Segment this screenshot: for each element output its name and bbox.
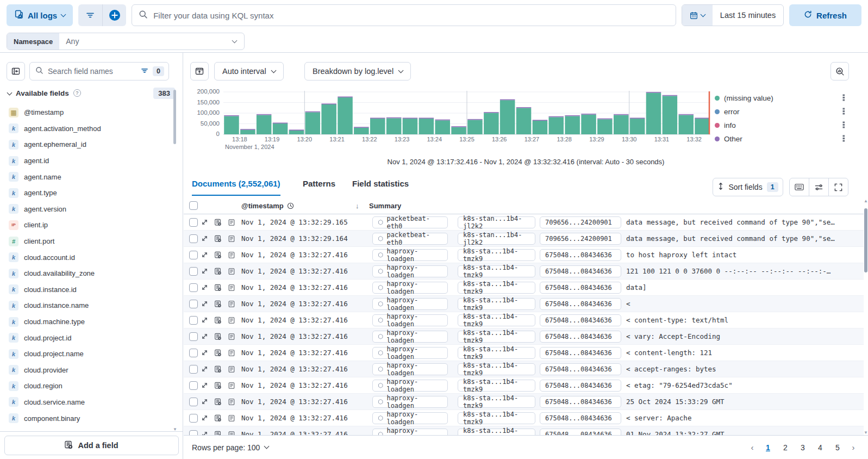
field-search[interactable]: 0 — [29, 62, 169, 80]
view-document-icon[interactable] — [227, 430, 236, 436]
breakdown-dropdown[interactable]: Breakdown by log.level — [304, 62, 411, 80]
field-list-item[interactable]: ▦ @timestamp — [0, 104, 175, 121]
expand-row-icon[interactable] — [199, 397, 209, 407]
view-document-icon[interactable] — [227, 315, 236, 325]
service-badge[interactable]: haproxy-loadgen — [372, 363, 448, 375]
tab-patterns[interactable]: Patterns — [303, 179, 335, 195]
field-list-item[interactable]: k cloud.machine.type — [0, 314, 175, 330]
service-badge[interactable]: haproxy-loadgen — [372, 412, 448, 424]
add-field-button[interactable]: Add a field — [4, 436, 179, 455]
legend-item[interactable]: info — [715, 119, 845, 132]
tab-field-statistics[interactable]: Field statistics — [352, 179, 409, 195]
summary-column-header[interactable]: Summary — [369, 202, 401, 210]
expand-row-icon[interactable] — [199, 381, 209, 390]
view-document-icon[interactable] — [227, 348, 236, 358]
view-document-icon[interactable] — [227, 397, 236, 407]
select-all-checkbox[interactable] — [189, 201, 198, 210]
field-search-input[interactable] — [48, 67, 136, 76]
resource-badge[interactable]: k8s-sta...1b4-tmzk9 — [458, 363, 535, 375]
tab-documents[interactable]: Documents (2,552,061) — [192, 179, 280, 196]
resource-badge[interactable]: k8s-sta...1b4-tmzk9 — [458, 429, 535, 436]
page-number-button[interactable]: 1 — [761, 441, 775, 455]
trace-id-badge[interactable]: 675048...08434636 — [540, 265, 621, 277]
field-list-item[interactable]: k agent.type — [0, 185, 175, 201]
add-filter-button[interactable] — [102, 4, 126, 26]
row-checkbox[interactable] — [189, 300, 198, 308]
trace-id-badge[interactable]: 675048...08434636 — [540, 363, 621, 375]
row-checkbox[interactable] — [189, 316, 198, 325]
expand-row-icon[interactable] — [199, 283, 209, 293]
view-document-icon[interactable] — [227, 250, 236, 260]
field-list-item[interactable]: k cloud.provider — [0, 362, 175, 379]
legend-item[interactable]: Other — [715, 132, 845, 146]
service-badge[interactable]: haproxy-loadgen — [372, 347, 448, 359]
field-list-item[interactable]: k agent.version — [0, 201, 175, 218]
expand-row-icon[interactable] — [199, 218, 209, 227]
row-checkbox[interactable] — [189, 234, 198, 243]
surrounding-documents-icon[interactable] — [213, 413, 223, 423]
trace-id-badge[interactable]: 675048...08434636 — [540, 298, 621, 310]
service-badge[interactable]: haproxy-loadgen — [372, 396, 448, 408]
trace-id-badge[interactable]: 675048...08434636 — [540, 331, 621, 343]
table-row[interactable]: Nov 1, 2024 @ 13:32:29.165 packetbeat-et… — [184, 214, 864, 231]
table-row[interactable]: Nov 1, 2024 @ 13:32:27.416 haproxy-loadg… — [184, 410, 864, 426]
field-list-item[interactable]: k component.binary — [0, 410, 175, 426]
field-list-item[interactable]: k cloud.project.id — [0, 330, 175, 346]
row-checkbox[interactable] — [189, 430, 198, 436]
row-checkbox[interactable] — [189, 349, 198, 357]
page-number-button[interactable]: 4 — [814, 441, 827, 455]
sidebar-scrollbar-thumb[interactable] — [173, 90, 176, 144]
expand-row-icon[interactable] — [199, 364, 209, 374]
display-options-button[interactable] — [809, 178, 828, 196]
service-badge[interactable]: haproxy-loadgen — [372, 380, 448, 392]
table-row[interactable]: Nov 1, 2024 @ 13:32:27.416 haproxy-loadg… — [184, 263, 864, 280]
rows-per-page-button[interactable]: Rows per page: 100 — [192, 443, 268, 452]
expand-row-icon[interactable] — [199, 430, 209, 436]
table-row[interactable]: Nov 1, 2024 @ 13:32:27.416 haproxy-loadg… — [184, 328, 864, 345]
surrounding-documents-icon[interactable] — [213, 364, 223, 374]
field-filter-icon[interactable] — [141, 67, 148, 76]
field-list-item[interactable]: # client.port — [0, 233, 175, 250]
trace-id-badge[interactable]: 675048...08434636 — [540, 249, 621, 261]
service-badge[interactable]: packetbeat-eth0 — [372, 233, 448, 245]
row-checkbox[interactable] — [189, 283, 198, 292]
surrounding-documents-icon[interactable] — [213, 299, 223, 309]
legend-actions-icon[interactable] — [842, 94, 845, 103]
field-list-item[interactable]: k cloud.project.name — [0, 346, 175, 362]
trace-id-badge[interactable]: 675048...08434636 — [540, 314, 621, 326]
page-number-button[interactable]: 3 — [796, 441, 809, 455]
row-checkbox[interactable] — [189, 332, 198, 341]
legend-actions-icon[interactable] — [842, 107, 845, 117]
table-row[interactable]: Nov 1, 2024 @ 13:32:27.416 haproxy-loadg… — [184, 345, 864, 361]
expand-row-icon[interactable] — [199, 413, 209, 423]
grid-scrollbar-thumb[interactable] — [864, 208, 867, 272]
service-badge[interactable]: haproxy-loadgen — [372, 429, 448, 436]
field-list-item[interactable]: k cloud.instance.id — [0, 282, 175, 298]
field-list-item[interactable]: k cloud.account.id — [0, 249, 175, 265]
field-list-item[interactable]: k agent.activation_method — [0, 121, 175, 137]
filter-button[interactable] — [78, 4, 102, 26]
expand-row-icon[interactable] — [199, 299, 209, 309]
row-checkbox[interactable] — [189, 267, 198, 276]
table-row[interactable]: Nov 1, 2024 @ 13:32:27.416 haproxy-loadg… — [184, 426, 864, 435]
service-badge[interactable]: haproxy-loadgen — [372, 249, 448, 261]
fullscreen-button[interactable] — [828, 178, 848, 196]
table-row[interactable]: Nov 1, 2024 @ 13:32:27.416 haproxy-loadg… — [184, 394, 864, 410]
expand-row-icon[interactable] — [199, 234, 209, 244]
data-source-selector[interactable]: All logs — [7, 4, 73, 26]
view-document-icon[interactable] — [227, 266, 236, 276]
service-badge[interactable]: haproxy-loadgen — [372, 314, 448, 326]
surrounding-documents-icon[interactable] — [213, 234, 223, 244]
namespace-select[interactable]: Namespace Any — [7, 33, 245, 50]
resource-badge[interactable]: k8s-sta...1b4-tmzk9 — [458, 314, 535, 326]
resource-badge[interactable]: k8s-sta...1b4-tmzk9 — [458, 396, 535, 408]
kql-search-bar[interactable] — [132, 4, 676, 26]
time-range-button[interactable]: Last 15 minutes — [713, 5, 783, 26]
page-number-button[interactable]: 2 — [779, 441, 792, 455]
view-document-icon[interactable] — [227, 381, 236, 390]
next-page-button[interactable]: › — [848, 443, 858, 452]
trace-id-badge[interactable]: 675048...08434636 — [540, 429, 621, 436]
trace-id-badge[interactable]: 675048...08434636 — [540, 282, 621, 294]
expand-row-icon[interactable] — [199, 348, 209, 358]
legend-actions-icon[interactable] — [842, 121, 845, 131]
